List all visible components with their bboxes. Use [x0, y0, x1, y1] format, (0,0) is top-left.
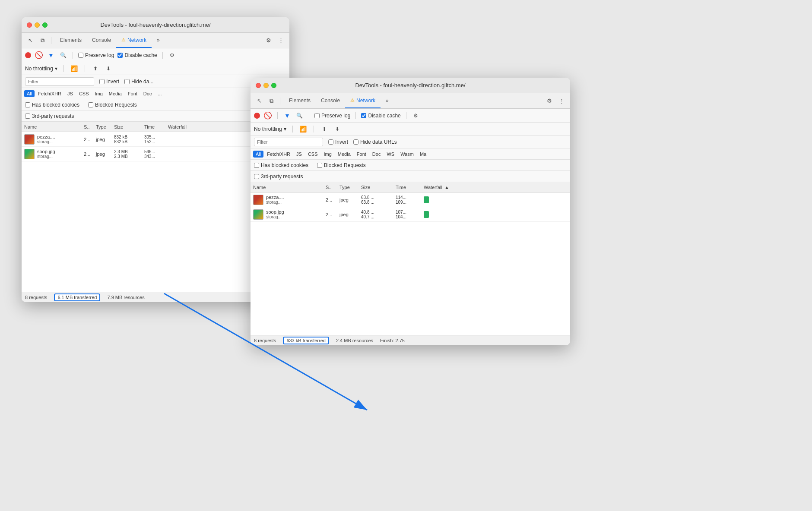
download-icon-2[interactable]: ⬇: [333, 125, 342, 133]
tab-more-1[interactable]: »: [152, 33, 165, 48]
filter-icon-1[interactable]: ▼: [47, 51, 55, 60]
tab-console-1[interactable]: Console: [87, 33, 116, 48]
download-icon-1[interactable]: ⬇: [104, 64, 113, 73]
table-row-2-1[interactable]: soop.jpg storag... 2... jpeg 2.3 MB 2.3 …: [22, 147, 289, 161]
invert-label-2[interactable]: Invert: [328, 139, 348, 145]
network-settings-icon-1[interactable]: ⚙: [168, 51, 177, 60]
filter-all-2[interactable]: All: [253, 151, 263, 158]
minimize-button-1[interactable]: [35, 22, 40, 28]
filter-img-1[interactable]: Img: [92, 90, 105, 97]
filter-input-2[interactable]: [254, 138, 323, 146]
filter-media-1[interactable]: Media: [106, 90, 124, 97]
settings-icon-2[interactable]: ⚙: [544, 96, 555, 106]
more-icon-1[interactable]: ⋮: [276, 35, 286, 46]
filter-wasm-2[interactable]: Wasm: [398, 151, 416, 158]
disable-cache-checkbox-1[interactable]: [117, 53, 123, 58]
blocked-cookies-cb-2[interactable]: [254, 163, 259, 168]
filter-js-2[interactable]: JS: [294, 151, 304, 158]
disable-cache-label-1[interactable]: Disable cache: [117, 52, 157, 58]
more-icon-2[interactable]: ⋮: [556, 96, 567, 106]
invert-label-1[interactable]: Invert: [99, 79, 119, 85]
network-settings-icon-2[interactable]: ⚙: [412, 111, 420, 120]
col-time-hdr-1[interactable]: Time: [143, 124, 166, 129]
preserve-log-checkbox-2[interactable]: [314, 113, 320, 118]
inspect-icon-2[interactable]: ⧉: [266, 96, 276, 106]
maximize-button-1[interactable]: [42, 22, 48, 28]
tab-elements-2[interactable]: Elements: [284, 93, 316, 108]
disable-cache-label-2[interactable]: Disable cache: [361, 113, 400, 119]
filter-icon-2[interactable]: ▼: [283, 111, 292, 120]
filter-media-2[interactable]: Media: [335, 151, 353, 158]
tab-elements-1[interactable]: Elements: [55, 33, 87, 48]
minimize-button-2[interactable]: [263, 83, 269, 88]
invert-checkbox-1[interactable]: [99, 79, 105, 84]
filter-input-1[interactable]: [25, 77, 94, 86]
col-size-hdr-2[interactable]: Size: [359, 185, 394, 190]
inspect-icon[interactable]: ⧉: [37, 35, 48, 46]
search-icon-2[interactable]: 🔍: [295, 111, 304, 120]
third-party-1[interactable]: 3rd-party requests: [25, 113, 74, 119]
col-type-hdr-2[interactable]: Type: [338, 185, 359, 190]
traffic-lights-1[interactable]: [27, 22, 48, 28]
filter-font-1[interactable]: Font: [125, 90, 140, 97]
upload-icon-1[interactable]: ⬆: [91, 64, 100, 73]
clear-icon-1[interactable]: 🚫: [35, 51, 43, 60]
filter-doc-2[interactable]: Doc: [370, 151, 384, 158]
table-row-1-1[interactable]: pezza.... storag... 2... jpeg 832 kB 832…: [22, 132, 289, 147]
maximize-button-2[interactable]: [271, 83, 276, 88]
filter-img-2[interactable]: Img: [321, 151, 334, 158]
blocked-requests-cb-2[interactable]: [317, 163, 322, 168]
col-type-hdr-1[interactable]: Type: [94, 124, 112, 129]
filter-all-1[interactable]: All: [24, 90, 35, 97]
blocked-requests-cb-1[interactable]: [88, 102, 93, 107]
preserve-log-label-2[interactable]: Preserve log: [314, 113, 350, 119]
close-button-2[interactable]: [256, 83, 261, 88]
clear-icon-2[interactable]: 🚫: [263, 111, 272, 120]
blocked-cookies-1[interactable]: Has blocked cookies: [25, 102, 79, 108]
hide-data-checkbox-1[interactable]: [124, 79, 130, 84]
filter-css-1[interactable]: CSS: [76, 90, 92, 97]
throttle-select-2[interactable]: No throttling ▾: [254, 126, 286, 132]
col-s-hdr-1[interactable]: S..: [82, 124, 94, 129]
col-name-hdr-2[interactable]: Name: [251, 185, 324, 190]
blocked-requests-1[interactable]: Blocked Requests: [88, 102, 137, 108]
settings-icon-1[interactable]: ⚙: [263, 35, 274, 46]
close-button-1[interactable]: [27, 22, 32, 28]
third-party-cb-1[interactable]: [25, 114, 30, 119]
tab-network-1[interactable]: ⚠ Network: [116, 33, 152, 48]
col-waterfall-hdr-2[interactable]: Waterfall ▲: [422, 185, 570, 190]
preserve-log-checkbox-1[interactable]: [78, 53, 83, 58]
filter-font-2[interactable]: Font: [354, 151, 369, 158]
filter-ma-2[interactable]: Ma: [417, 151, 429, 158]
cursor-icon[interactable]: ↖: [25, 35, 35, 46]
filter-xhr-1[interactable]: Fetch/XHR: [35, 90, 64, 97]
col-size-hdr-1[interactable]: Size: [112, 124, 143, 129]
tab-network-2[interactable]: ⚠ Network: [345, 93, 381, 108]
tab-more-2[interactable]: »: [381, 93, 394, 108]
throttle-select-1[interactable]: No throttling ▾: [25, 66, 57, 72]
traffic-lights-2[interactable]: [256, 83, 276, 88]
table-row-1-2[interactable]: pezza.... storag... 2... jpeg 63.8 ... 6…: [251, 192, 570, 207]
blocked-requests-2[interactable]: Blocked Requests: [317, 162, 366, 168]
preserve-log-label-1[interactable]: Preserve log: [78, 52, 114, 58]
third-party-cb-2[interactable]: [254, 174, 259, 179]
filter-css-2[interactable]: CSS: [305, 151, 320, 158]
blocked-cookies-cb-1[interactable]: [25, 102, 30, 107]
blocked-cookies-2[interactable]: Has blocked cookies: [254, 162, 308, 168]
invert-checkbox-2[interactable]: [328, 139, 333, 145]
filter-doc-1[interactable]: Doc: [141, 90, 155, 97]
col-name-hdr-1[interactable]: Name: [22, 124, 82, 129]
hide-data-checkbox-2[interactable]: [353, 139, 358, 145]
col-time-hdr-2[interactable]: Time: [394, 185, 422, 190]
tab-console-2[interactable]: Console: [316, 93, 345, 108]
col-s-hdr-2[interactable]: S..: [324, 185, 338, 190]
search-icon-1[interactable]: 🔍: [59, 51, 67, 60]
table-row-2-2[interactable]: soop.jpg storag... 2... jpeg 40.8 ... 40…: [251, 207, 570, 222]
wifi-icon-1[interactable]: 📶: [70, 64, 79, 73]
filter-more-1[interactable]: ...: [155, 90, 164, 97]
filter-xhr-2[interactable]: Fetch/XHR: [264, 151, 293, 158]
hide-data-label-2[interactable]: Hide data URLs: [353, 139, 397, 145]
cursor-icon-2[interactable]: ↖: [254, 96, 264, 106]
wifi-icon-2[interactable]: 📶: [299, 125, 308, 133]
record-button-1[interactable]: [25, 52, 31, 58]
